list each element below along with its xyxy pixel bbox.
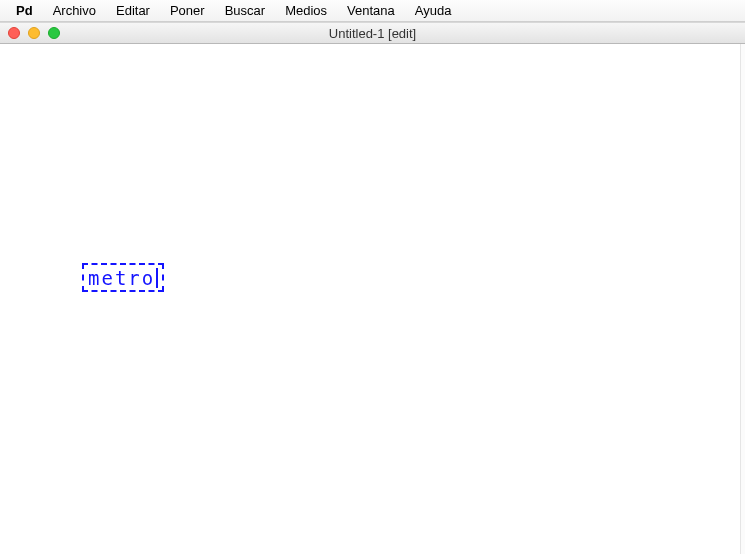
traffic-lights <box>8 27 60 39</box>
menu-item-archivo[interactable]: Archivo <box>43 0 106 22</box>
menu-item-ventana[interactable]: Ventana <box>337 0 405 22</box>
window-right-edge <box>740 44 745 554</box>
zoom-icon[interactable] <box>48 27 60 39</box>
menu-item-ayuda[interactable]: Ayuda <box>405 0 462 22</box>
menu-item-buscar[interactable]: Buscar <box>215 0 275 22</box>
text-cursor-icon <box>156 268 158 288</box>
close-icon[interactable] <box>8 27 20 39</box>
object-box-text[interactable]: metro <box>88 267 155 289</box>
patch-canvas[interactable]: metro <box>0 44 745 554</box>
minimize-icon[interactable] <box>28 27 40 39</box>
menu-item-medios[interactable]: Medios <box>275 0 337 22</box>
menu-bar: Pd Archivo Editar Poner Buscar Medios Ve… <box>0 0 745 22</box>
window-title-bar[interactable]: Untitled-1 [edit] <box>0 22 745 44</box>
menu-item-editar[interactable]: Editar <box>106 0 160 22</box>
object-box-editing[interactable]: metro <box>82 263 164 292</box>
menu-item-poner[interactable]: Poner <box>160 0 215 22</box>
app-name: Pd <box>6 3 43 18</box>
window-title: Untitled-1 [edit] <box>0 26 745 41</box>
